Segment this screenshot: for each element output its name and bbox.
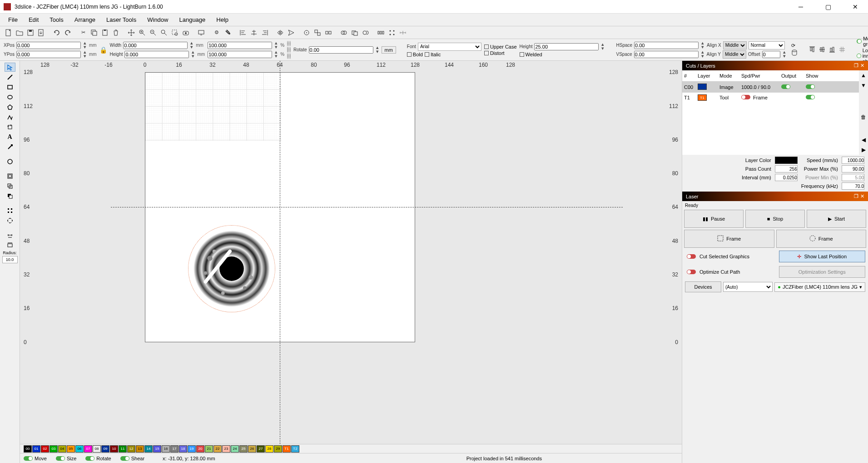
- palette-01[interactable]: 01: [32, 445, 40, 453]
- redo-icon[interactable]: [63, 28, 73, 38]
- lock-inner-toggle[interactable]: [857, 54, 861, 58]
- devices-button[interactable]: Devices: [685, 281, 721, 292]
- array-icon[interactable]: [387, 28, 397, 38]
- measure-tool[interactable]: [5, 231, 15, 240]
- new-icon[interactable]: [4, 28, 14, 38]
- draw-line-tool[interactable]: [5, 73, 15, 82]
- pan-icon[interactable]: [126, 28, 136, 38]
- canvas[interactable]: 128-32-160163248648096112128144160128 12…: [20, 61, 682, 444]
- palette-15[interactable]: 15: [153, 445, 161, 453]
- polygon-tool[interactable]: [5, 103, 15, 112]
- align-v-mid-icon[interactable]: [818, 46, 826, 54]
- rotate-toggle[interactable]: [85, 456, 94, 461]
- menu-arrange[interactable]: Arrange: [70, 15, 100, 25]
- ellipse-tool[interactable]: [5, 93, 15, 102]
- move-toggle[interactable]: [24, 456, 33, 461]
- grid-snap-icon[interactable]: [838, 46, 846, 54]
- grid-array-tool[interactable]: [5, 206, 15, 215]
- col-out[interactable]: Output: [779, 70, 804, 81]
- zoom-selection-icon[interactable]: [170, 28, 180, 38]
- database-icon[interactable]: [791, 49, 798, 57]
- show-last-button[interactable]: ✛Show Last Position: [779, 251, 866, 262]
- palette-14[interactable]: 14: [144, 445, 153, 453]
- crop-tool[interactable]: [5, 123, 15, 132]
- palette-04[interactable]: 04: [58, 445, 66, 453]
- design-object[interactable]: [188, 225, 275, 312]
- laser-close-icon[interactable]: ✕: [860, 193, 864, 199]
- open-icon[interactable]: [15, 28, 25, 38]
- rotate-spinner[interactable]: ▴▾: [375, 46, 380, 54]
- unit-toggle[interactable]: mm: [382, 46, 396, 54]
- boolean-intersect-icon[interactable]: [361, 28, 371, 38]
- hspace-input[interactable]: [634, 42, 699, 49]
- path-tool[interactable]: [5, 113, 15, 122]
- font-select[interactable]: Arial: [418, 43, 481, 51]
- bold-checkbox[interactable]: [407, 52, 412, 57]
- text-tool[interactable]: A: [5, 133, 15, 142]
- layer-row[interactable]: T1 T1 Tool Frame: [682, 93, 859, 103]
- palette-25[interactable]: 25: [239, 445, 248, 453]
- scale-h-input[interactable]: [208, 51, 272, 58]
- palette-11[interactable]: 11: [119, 445, 127, 453]
- palette-21[interactable]: 21: [205, 445, 213, 453]
- layer-scroll-right-icon[interactable]: ▶: [862, 147, 866, 153]
- rectangle-tool[interactable]: [5, 83, 15, 92]
- align-right-icon[interactable]: [260, 28, 270, 38]
- radial-array-tool[interactable]: [5, 216, 15, 225]
- panel-close-icon[interactable]: ✕: [860, 63, 864, 69]
- width-input[interactable]: [123, 42, 188, 49]
- hsp-spinner[interactable]: ▴▾: [700, 41, 705, 49]
- group-icon[interactable]: [312, 28, 322, 38]
- palette-03[interactable]: 03: [50, 445, 58, 453]
- palette-16[interactable]: 16: [162, 445, 170, 453]
- position-laser-tool[interactable]: [5, 241, 15, 250]
- layer-down-icon[interactable]: ▼: [861, 82, 866, 89]
- palette-07[interactable]: 07: [84, 445, 92, 453]
- size-toggle[interactable]: [56, 456, 65, 461]
- palette-19[interactable]: 19: [188, 445, 196, 453]
- minimize-button[interactable]: ─: [792, 3, 810, 10]
- send-icon[interactable]: [286, 28, 296, 38]
- lock-aspect-icon[interactable]: 🔒: [99, 43, 107, 57]
- align-center-icon[interactable]: [249, 28, 259, 38]
- palette-T2[interactable]: T2: [291, 445, 299, 453]
- layer-row[interactable]: C00 Image 1000.0 / 90.0: [682, 82, 859, 93]
- zoom-out-icon[interactable]: [148, 28, 158, 38]
- settings-icon[interactable]: ⚙: [212, 28, 222, 38]
- upper-checkbox[interactable]: [484, 44, 489, 49]
- shear-toggle[interactable]: [120, 456, 129, 461]
- panel-popout-icon[interactable]: ❐: [854, 63, 858, 69]
- ungroup-icon[interactable]: [323, 28, 333, 38]
- col-spd[interactable]: Spd/Pwr: [739, 70, 779, 81]
- pass-input[interactable]: [775, 165, 798, 172]
- palette-27[interactable]: 27: [257, 445, 265, 453]
- pmin-input[interactable]: [842, 174, 864, 181]
- boolean-union-icon[interactable]: [339, 28, 349, 38]
- xpos-spinner[interactable]: ▴▾: [83, 41, 87, 49]
- maximize-button[interactable]: ▢: [819, 3, 837, 10]
- select-tool[interactable]: [5, 63, 15, 72]
- boolean-subtract-icon[interactable]: [350, 28, 360, 38]
- circle-center-tool[interactable]: [5, 157, 15, 166]
- pause-button[interactable]: ▮▮Pause: [684, 210, 744, 228]
- measure-icon[interactable]: [398, 28, 408, 38]
- stop-button[interactable]: ■Stop: [745, 210, 805, 228]
- height-spinner[interactable]: ▴▾: [191, 50, 195, 59]
- weld-tool[interactable]: [5, 182, 15, 191]
- menu-laser-tools[interactable]: Laser Tools: [102, 15, 141, 25]
- vsp-spinner[interactable]: ▴▾: [700, 50, 705, 59]
- layer-scroll-left-icon[interactable]: ◀: [862, 137, 866, 143]
- optimize-toggle[interactable]: [687, 270, 696, 274]
- palette-02[interactable]: 02: [41, 445, 49, 453]
- speed-input[interactable]: [842, 157, 864, 164]
- mirror-h-icon[interactable]: [275, 28, 285, 38]
- frame-rect-button[interactable]: Frame: [684, 230, 774, 248]
- rotate-input[interactable]: [309, 46, 373, 54]
- aligny-select[interactable]: Middle: [723, 50, 746, 59]
- cut-selected-toggle[interactable]: [687, 254, 696, 259]
- zoom-in-icon[interactable]: [137, 28, 147, 38]
- palette-12[interactable]: 12: [127, 445, 135, 453]
- col-show[interactable]: Show: [804, 70, 827, 81]
- italic-checkbox[interactable]: [425, 52, 429, 57]
- palette-24[interactable]: 24: [231, 445, 239, 453]
